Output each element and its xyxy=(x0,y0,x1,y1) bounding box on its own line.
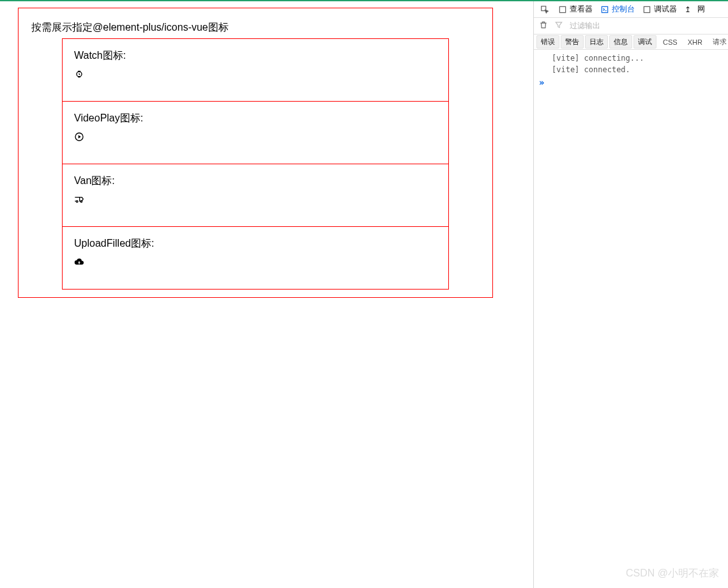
devtools-filter-chips: 错误 警告 日志 信息 调试 CSS XHR 请求 xyxy=(534,35,728,50)
icon-block-label: Van图标: xyxy=(74,174,437,188)
icon-block-label: UploadFilled图标: xyxy=(74,237,437,251)
tab-inspector[interactable]: 查看器 xyxy=(556,3,596,16)
van-icon xyxy=(74,194,437,205)
filter-funnel-icon xyxy=(554,20,563,31)
app-viewport: 按需展示指定@element-plus/icons-vue图标 Watch图标:… xyxy=(0,1,534,588)
tab-inspector-label: 查看器 xyxy=(570,4,593,15)
outer-box: 按需展示指定@element-plus/icons-vue图标 Watch图标:… xyxy=(18,8,493,298)
filter-chip-error[interactable]: 错误 xyxy=(536,35,559,49)
icon-block-label: VideoPlay图标: xyxy=(74,112,437,125)
element-picker-button[interactable] xyxy=(538,4,553,15)
tab-network-label: 网 xyxy=(697,4,705,15)
filter-pill-request[interactable]: 请求 xyxy=(708,36,728,48)
filter-pill-xhr[interactable]: XHR xyxy=(683,37,708,47)
icon-block-van: Van图标: xyxy=(62,164,449,227)
upload-filled-icon xyxy=(74,257,437,267)
svg-rect-5 xyxy=(559,6,565,12)
icon-block-video-play: VideoPlay图标: xyxy=(62,101,449,164)
screenshot-root: 按需展示指定@element-plus/icons-vue图标 Watch图标:… xyxy=(0,0,728,588)
filter-chip-warning[interactable]: 警告 xyxy=(561,35,584,49)
tab-debugger-label: 调试器 xyxy=(654,4,677,15)
svg-rect-7 xyxy=(644,6,649,12)
devtools-toolbar: 查看器 控制台 调试器 ↥ 网 xyxy=(534,1,728,18)
page-heading: 按需展示指定@element-plus/icons-vue图标 xyxy=(19,16,492,38)
video-play-icon xyxy=(74,132,437,142)
console-log-line: [vite] connected. xyxy=(534,64,728,75)
devtools-panel: 查看器 控制台 调试器 ↥ 网 xyxy=(534,1,728,588)
tab-debugger[interactable]: 调试器 xyxy=(640,3,681,16)
filter-pill-css[interactable]: CSS xyxy=(658,37,683,47)
filter-output-placeholder[interactable]: 过滤输出 xyxy=(570,20,600,31)
network-arrow-icon: ↥ xyxy=(682,5,694,14)
filter-chip-info[interactable]: 信息 xyxy=(609,35,632,49)
icon-block-watch: Watch图标: xyxy=(62,38,449,102)
icon-block-label: Watch图标: xyxy=(74,49,437,63)
console-log: [vite] connecting... [vite] connected. » xyxy=(534,50,728,92)
tab-console[interactable]: 控制台 xyxy=(598,3,639,16)
svg-point-2 xyxy=(76,201,78,203)
clear-console-button[interactable] xyxy=(539,20,548,31)
console-expand-toggle[interactable]: » xyxy=(534,75,728,89)
filter-chip-debug[interactable]: 调试 xyxy=(633,35,656,49)
filter-chip-log[interactable]: 日志 xyxy=(585,35,608,49)
devtools-tab-strip: 查看器 控制台 调试器 ↥ 网 xyxy=(556,3,709,16)
tab-console-label: 控制台 xyxy=(612,4,635,15)
watch-icon xyxy=(74,69,437,79)
icon-block-upload-filled: UploadFilled图标: xyxy=(62,226,449,290)
console-log-line: [vite] connecting... xyxy=(534,52,728,64)
devtools-filter-bar: 过滤输出 xyxy=(534,18,728,35)
tab-network[interactable]: 网 xyxy=(695,3,709,16)
